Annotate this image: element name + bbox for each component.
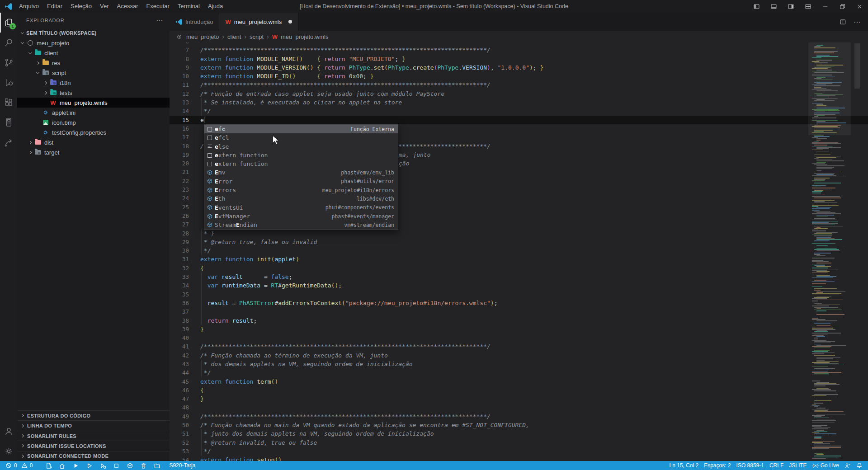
code-line-10[interactable]: 10extern function MODULE_ID() { return 0… [170, 72, 868, 80]
suggest-item-EvtManager[interactable]: EvtManagerphast#events/manager [204, 212, 398, 221]
menu-selecao[interactable]: Seleção [66, 0, 96, 13]
status-encoding[interactable]: ISO 8859-1 [734, 461, 767, 470]
status-indentation[interactable]: Espaços: 2 [701, 461, 733, 470]
menu-editar[interactable]: Editar [43, 0, 66, 13]
suggest-item-Error[interactable]: Errorphast#utils/error [204, 177, 398, 186]
code-line-6[interactable]: 6 [170, 42, 868, 46]
code-line-30[interactable]: 30 */ [170, 246, 868, 255]
breadcrumb-item-project[interactable]: meu_projeto [186, 33, 219, 40]
code-line-38[interactable]: 38 return result; [170, 316, 868, 325]
toggle-secondary-sidebar-icon[interactable] [782, 0, 799, 13]
line-number[interactable]: 41 [170, 342, 198, 351]
code-line-35[interactable]: 35 [170, 290, 868, 299]
line-number[interactable]: 10 [170, 72, 198, 80]
tree-item-icon.bmp[interactable]: icon.bmp [17, 118, 170, 127]
line-number[interactable]: 15 [170, 116, 198, 124]
workspace-section-header[interactable]: SEM TÍTULO (WORKSPACE) [17, 28, 170, 38]
breadcrumb-item-client[interactable]: client [227, 33, 241, 40]
line-number[interactable]: 23 [170, 185, 198, 194]
code-line-44[interactable]: 44 */ [170, 368, 868, 377]
code-line-41[interactable]: 41/*************************************… [170, 342, 868, 351]
status-cursor-position[interactable]: Ln 15, Col 2 [666, 461, 701, 470]
menu-acessar[interactable]: Acessar [113, 0, 142, 13]
line-number[interactable]: 30 [170, 246, 198, 255]
tree-item-tests[interactable]: tests [17, 88, 170, 98]
line-number[interactable]: 22 [170, 177, 198, 185]
tree-item-target[interactable]: target [17, 147, 170, 157]
line-number[interactable]: 42 [170, 351, 198, 360]
line-number[interactable]: 46 [170, 386, 198, 395]
line-number[interactable]: 9 [170, 63, 198, 72]
panel-sonarlint-issue-locations[interactable]: SONARLINT ISSUE LOCATIONS [17, 441, 170, 451]
explorer-more-actions-icon[interactable]: ⋯ [156, 16, 163, 24]
menu-terminal[interactable]: Terminal [174, 0, 204, 13]
minimize-button[interactable] [816, 0, 834, 13]
suggest-item-Errors[interactable]: Errorsmeu_projeto#i18n/errors [204, 186, 398, 194]
tree-item-meu_projeto.wmls[interactable]: Wmeu_projeto.wmls [17, 98, 170, 108]
tree-item-testConfig.properties[interactable]: testConfig.properties [17, 127, 170, 137]
tree-item-res[interactable]: res [17, 58, 170, 68]
code-line-15[interactable]: 15e [170, 116, 868, 124]
activity-source-control-icon[interactable] [0, 52, 17, 72]
panel-estrutura-do-c-digo[interactable]: ESTRUTURA DO CÓDIGO [17, 410, 170, 420]
line-number[interactable]: 33 [170, 273, 198, 281]
code-line-53[interactable]: 53 */ [170, 447, 868, 456]
code-line-42[interactable]: 42/* Função chamada ao término de execuç… [170, 351, 868, 360]
line-number[interactable]: 50 [170, 421, 198, 429]
line-number[interactable]: 44 [170, 368, 198, 377]
tree-item-client[interactable]: client [17, 48, 170, 58]
menu-arquivo[interactable]: Arquivo [15, 0, 43, 13]
line-number[interactable]: 13 [170, 98, 198, 107]
line-number[interactable]: 39 [170, 325, 198, 334]
menu-ajuda[interactable]: Ajuda [204, 0, 227, 13]
line-number[interactable]: 53 [170, 447, 198, 456]
activity-explorer-icon[interactable]: 1 [0, 13, 17, 33]
code-line-13[interactable]: 13 * Se instalado, é executada ao clicar… [170, 98, 868, 107]
status-package-icon[interactable] [123, 461, 137, 470]
panel-linha-do-tempo[interactable]: LINHA DO TEMPO [17, 420, 170, 430]
suggest-item-efc[interactable]: efcFunção Externa [204, 125, 398, 133]
code-line-29[interactable]: 29 * @return true, false ou invalid [170, 238, 868, 246]
modified-dot-icon[interactable] [288, 20, 292, 24]
status-debug-run-icon[interactable] [96, 461, 109, 470]
activity-extensions-icon[interactable] [0, 92, 17, 112]
toggle-panel-icon[interactable] [765, 0, 782, 13]
code-line-50[interactable]: 50/* Função chamada no main da VM quando… [170, 421, 868, 429]
code-line-39[interactable]: 39} [170, 325, 868, 334]
minimap[interactable] [810, 42, 849, 461]
code-line-11[interactable]: 11/*************************************… [170, 80, 868, 89]
line-number[interactable]: 32 [170, 264, 198, 273]
status-run-icon[interactable] [69, 461, 82, 470]
status-eol[interactable]: CRLF [767, 461, 786, 470]
editor-more-actions-icon[interactable]: ⋯ [854, 18, 861, 26]
tree-item-meu_projeto[interactable]: meu_projeto [17, 38, 170, 48]
tree-item-applet.ini[interactable]: applet.ini [17, 108, 170, 118]
panel-sonarlint-rules[interactable]: SONARLINT RULES [17, 431, 170, 441]
code-line-52[interactable]: 52 * @return invalid, true ou false [170, 438, 868, 447]
suggest-item-EventsUi[interactable]: EventsUiphui#components/events [204, 203, 398, 212]
activity-run-debug-icon[interactable] [0, 72, 17, 92]
code-line-12[interactable]: 12/* Função de entrada caso applet seja … [170, 89, 868, 98]
status-feedback[interactable] [842, 461, 854, 470]
line-number[interactable]: 18 [170, 142, 198, 150]
code-line-7[interactable]: 7/**************************************… [170, 46, 868, 54]
status-stop-icon[interactable] [109, 461, 123, 470]
toggle-sidebar-icon[interactable] [748, 0, 765, 13]
line-number[interactable]: 27 [170, 220, 198, 229]
line-number[interactable]: 7 [170, 46, 198, 54]
line-number[interactable]: 35 [170, 290, 198, 299]
line-number[interactable]: 16 [170, 124, 198, 133]
panel-sonarlint-connected-mode[interactable]: SONARLINT CONNECTED MODE [17, 451, 170, 461]
suggest-item-Eth[interactable]: Ethlibs#dev/eth [204, 194, 398, 203]
code-line-36[interactable]: 36 result = PhASTError#addErrorsToContex… [170, 299, 868, 307]
status-notifications[interactable] [854, 461, 865, 470]
line-number[interactable]: 17 [170, 133, 198, 141]
code-line-14[interactable]: 14 */ [170, 107, 868, 115]
activity-settings-gear-icon[interactable] [0, 441, 17, 461]
split-editor-icon[interactable] [840, 19, 846, 25]
status-run-outline-icon[interactable] [82, 461, 96, 470]
breadcrumb-item-file[interactable]: meu_projeto.wmls [281, 33, 329, 40]
code-line-45[interactable]: 45extern function term() [170, 377, 868, 386]
status-trash-icon[interactable] [137, 461, 150, 470]
line-number[interactable]: 43 [170, 360, 198, 368]
